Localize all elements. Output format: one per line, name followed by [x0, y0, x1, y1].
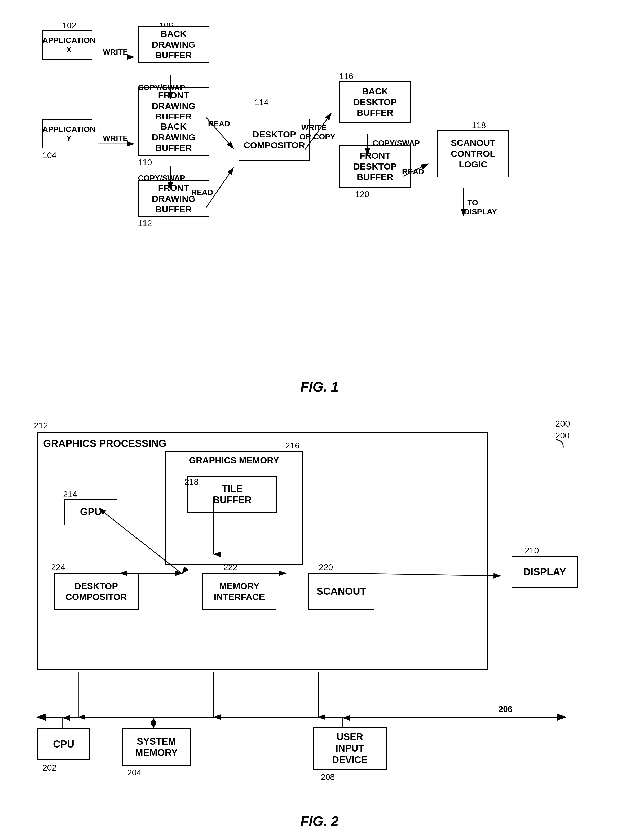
graphics-memory-label: GRAPHICS MEMORY	[189, 455, 279, 466]
fig2-diagram: 200 GRAPHICS PROCESSING 212 GRAPHICS MEM…	[21, 410, 618, 834]
ref-114: 114	[254, 97, 269, 107]
ref-220: 220	[319, 563, 333, 572]
page: 102 106 APPLICATIONX BACKDRAWINGBUFFER F…	[0, 0, 639, 840]
gpu-box: GPU	[64, 499, 118, 525]
ref-218: 218	[184, 477, 199, 487]
scanout-control-logic: SCANOUTCONTROLLOGIC	[437, 130, 509, 178]
back-drawing-buffer-2: BACKDRAWINGBUFFER	[138, 119, 209, 156]
graphics-memory-box: GRAPHICS MEMORY 216 TILEBUFFER 218	[165, 451, 303, 565]
ref-212: 212	[34, 421, 48, 431]
svg-text:200: 200	[556, 431, 569, 440]
ref-116: 116	[339, 71, 353, 81]
ref-210: 210	[525, 546, 539, 555]
scanout-box: SCANOUT	[308, 573, 375, 610]
ref-224: 224	[51, 563, 65, 572]
user-input-box: USERINPUTDEVICE	[313, 727, 387, 770]
svg-line-14	[206, 168, 234, 208]
ref-222: 222	[223, 563, 237, 572]
ref-112: 112	[138, 219, 152, 228]
svg-text:WRITE: WRITE	[103, 48, 128, 56]
ref-204: 204	[127, 768, 141, 778]
ref-202: 202	[42, 763, 56, 773]
ref-214: 214	[63, 490, 77, 499]
front-drawing-buffer-2: FRONTDRAWINGBUFFER	[138, 180, 209, 217]
ref-118: 118	[472, 120, 486, 130]
svg-text:WRITE: WRITE	[103, 134, 128, 143]
ref-102: 102	[62, 21, 76, 30]
display-box: DISPLAY	[512, 556, 578, 588]
back-desktop-buffer: BACKDESKTOPBUFFER	[339, 81, 411, 123]
graphics-processing-label: GRAPHICS PROCESSING	[43, 438, 167, 449]
front-desktop-buffer: FRONTDESKTOPBUFFER	[339, 145, 411, 187]
ref-200: 200	[555, 418, 570, 429]
desktop-compositor-fig1: DESKTOPCOMPOSITOR	[238, 119, 310, 161]
fig1-diagram: 102 106 APPLICATIONX BACKDRAWINGBUFFER F…	[21, 16, 618, 400]
ref-110: 110	[138, 158, 152, 167]
ref-208: 208	[321, 772, 335, 782]
desktop-compositor-fig2: DESKTOPCOMPOSITOR	[54, 573, 138, 610]
svg-text:TO: TO	[467, 198, 478, 207]
tile-buffer: TILEBUFFER	[187, 476, 277, 513]
cpu-box: CPU	[37, 729, 90, 760]
fig1-arrows: WRITE COPY/SWAP READ WRITE COPY/SWAP REA…	[21, 16, 618, 400]
graphics-processing-box: GRAPHICS PROCESSING 212 GRAPHICS MEMORY …	[37, 432, 488, 670]
svg-text:206: 206	[499, 705, 512, 714]
memory-interface-box: MEMORYINTERFACE	[202, 573, 277, 610]
ref-216: 216	[285, 441, 299, 450]
system-memory-box: SYSTEMMEMORY	[122, 729, 191, 766]
svg-text:READ: READ	[208, 119, 230, 128]
fig2-caption: FIG. 2	[300, 813, 339, 829]
svg-text:DISPLAY: DISPLAY	[464, 207, 497, 216]
back-drawing-buffer-1: BACKDRAWINGBUFFER	[138, 26, 209, 63]
svg-line-8	[206, 117, 234, 148]
ref-104: 104	[42, 151, 56, 160]
ref-120: 120	[355, 189, 369, 199]
fig1-caption: FIG. 1	[300, 379, 339, 395]
